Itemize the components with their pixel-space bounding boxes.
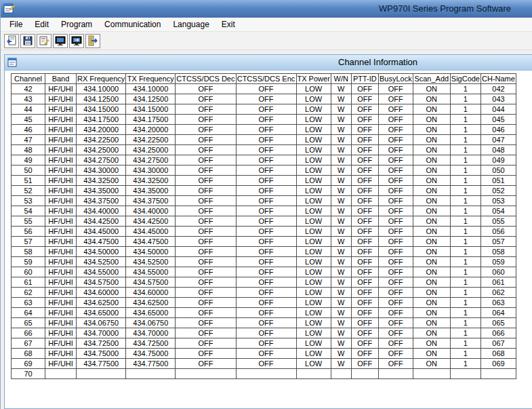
table-cell[interactable]: 1	[450, 135, 480, 145]
table-cell[interactable]: LOW	[296, 288, 331, 298]
table-cell[interactable]: LOW	[296, 115, 331, 125]
table-cell[interactable]: OFF	[351, 165, 378, 176]
table-cell[interactable]: 434.25000	[126, 145, 176, 155]
table-cell[interactable]: ON	[413, 155, 450, 165]
table-cell[interactable]: LOW	[296, 237, 331, 247]
table-cell[interactable]: OFF	[378, 155, 413, 165]
table-cell[interactable]: OFF	[378, 186, 413, 196]
table-cell[interactable]: 059	[481, 257, 516, 267]
table-cell[interactable]: 68	[12, 349, 45, 359]
table-cell[interactable]: 434.47500	[126, 237, 176, 247]
table-cell[interactable]: 044	[481, 104, 516, 115]
table-cell[interactable]	[77, 369, 126, 379]
title-bar[interactable]: WP970I Series Program Software	[1, 0, 532, 18]
table-cell[interactable]: 434.55000	[77, 267, 126, 277]
table-cell[interactable]: W	[331, 227, 351, 237]
table-cell[interactable]: W	[331, 247, 351, 257]
table-cell[interactable]: 1	[450, 227, 480, 237]
table-cell[interactable]: 434.50000	[126, 247, 176, 257]
table-cell[interactable]: 434.45000	[126, 227, 176, 237]
table-cell[interactable]: 57	[12, 237, 45, 247]
table-cell[interactable]: HF/UHI	[45, 84, 77, 94]
table-cell[interactable]: 050	[481, 165, 516, 176]
table-cell[interactable]: 069	[481, 359, 516, 369]
table-cell[interactable]: 1	[450, 338, 480, 349]
table-cell[interactable]: W	[331, 104, 351, 115]
table-cell[interactable]: 434.40000	[77, 206, 126, 216]
table-cell[interactable]: 43	[12, 94, 45, 104]
table-cell[interactable]: OFF	[378, 196, 413, 206]
table-cell[interactable]: 434.10000	[77, 84, 126, 94]
table-cell[interactable]: 1	[450, 318, 480, 328]
edit-channel-button[interactable]	[37, 34, 52, 48]
table-cell[interactable]: OFF	[351, 328, 378, 338]
table-cell[interactable]: W	[331, 359, 351, 369]
table-cell[interactable]: ON	[413, 277, 450, 288]
table-cell[interactable]: 434.77500	[126, 359, 176, 369]
table-cell[interactable]: OFF	[236, 104, 296, 115]
table-cell[interactable]: OFF	[351, 349, 378, 359]
table-cell[interactable]: OFF	[176, 104, 236, 115]
table-cell[interactable]: 434.17500	[126, 115, 176, 125]
table-cell[interactable]: 434.52500	[126, 257, 176, 267]
menu-item-communication[interactable]: Communication	[98, 18, 167, 31]
table-cell[interactable]: W	[331, 94, 351, 104]
table-cell[interactable]: OFF	[351, 196, 378, 206]
table-cell[interactable]: 434.37500	[77, 196, 126, 206]
table-cell[interactable]: 060	[481, 267, 516, 277]
table-cell[interactable]: OFF	[378, 104, 413, 115]
table-cell[interactable]: OFF	[351, 84, 378, 94]
table-cell[interactable]: ON	[413, 165, 450, 176]
table-cell[interactable]: OFF	[176, 227, 236, 237]
table-cell[interactable]: 043	[481, 94, 516, 104]
table-cell[interactable]: OFF	[176, 338, 236, 349]
table-cell[interactable]: W	[331, 125, 351, 135]
table-cell[interactable]	[481, 369, 516, 379]
table-cell[interactable]: 063	[481, 298, 516, 308]
table-cell[interactable]: OFF	[236, 227, 296, 237]
table-cell[interactable]	[176, 369, 236, 379]
table-cell[interactable]: 66	[12, 328, 45, 338]
table-cell[interactable]: LOW	[296, 349, 331, 359]
table-cell[interactable]: HF/UHI	[45, 318, 77, 328]
table-cell[interactable]: LOW	[296, 277, 331, 288]
table-cell[interactable]: 1	[450, 196, 480, 206]
table-cell[interactable]: HF/UHI	[45, 125, 77, 135]
table-cell[interactable]: ON	[413, 135, 450, 145]
table-cell[interactable]: W	[331, 349, 351, 359]
table-cell[interactable]: LOW	[296, 165, 331, 176]
table-cell[interactable]: W	[331, 237, 351, 247]
table-cell[interactable]: W	[331, 135, 351, 145]
table-cell[interactable]: ON	[413, 288, 450, 298]
table-cell[interactable]: 052	[481, 186, 516, 196]
table-cell[interactable]: 434.06750	[126, 318, 176, 328]
table-cell[interactable]: 434.10000	[126, 84, 176, 94]
table-cell[interactable]: 058	[481, 247, 516, 257]
table-cell[interactable]: OFF	[378, 328, 413, 338]
table-cell[interactable]: OFF	[378, 277, 413, 288]
table-cell[interactable]: OFF	[236, 277, 296, 288]
table-cell[interactable]: OFF	[236, 338, 296, 349]
table-cell[interactable]: 1	[450, 237, 480, 247]
table-cell[interactable]: 65	[12, 318, 45, 328]
table-cell[interactable]: 1	[450, 84, 480, 94]
table-cell[interactable]: 061	[481, 277, 516, 288]
table-cell[interactable]: OFF	[378, 125, 413, 135]
read-from-radio-button[interactable]	[53, 34, 68, 48]
table-cell[interactable]: HF/UHI	[45, 237, 77, 247]
menu-item-edit[interactable]: Edit	[28, 18, 55, 31]
table-cell[interactable]: 042	[481, 84, 516, 94]
table-cell[interactable]: OFF	[351, 257, 378, 267]
table-cell[interactable]: 434.65000	[126, 308, 176, 318]
table-cell[interactable]: 434.22500	[126, 135, 176, 145]
export-button[interactable]	[4, 34, 19, 48]
table-cell[interactable]: W	[331, 277, 351, 288]
table-cell[interactable]: 44	[12, 104, 45, 115]
table-cell[interactable]: 434.52500	[77, 257, 126, 267]
table-cell[interactable]: OFF	[351, 267, 378, 277]
table-cell[interactable]: 42	[12, 84, 45, 94]
table-cell[interactable]: ON	[413, 94, 450, 104]
table-cell[interactable]: OFF	[378, 267, 413, 277]
table-cell[interactable]: 434.77500	[77, 359, 126, 369]
table-cell[interactable]: 1	[450, 206, 480, 216]
